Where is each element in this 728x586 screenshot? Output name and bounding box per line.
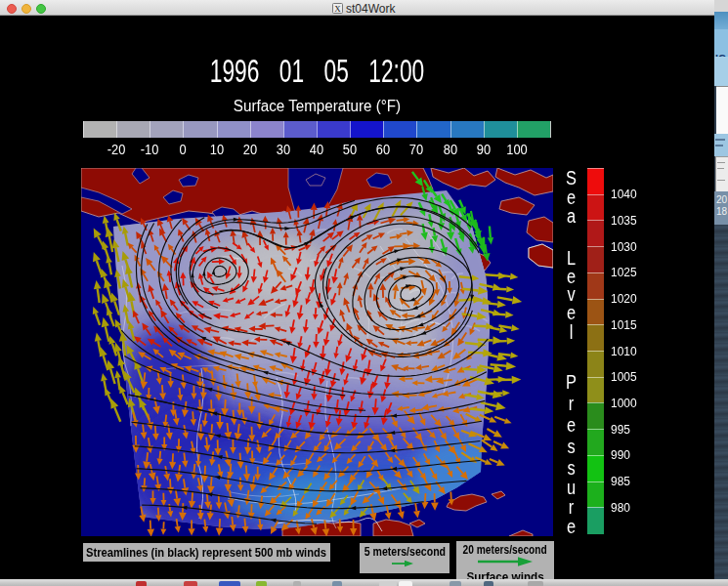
svg-text:X: X xyxy=(334,4,341,14)
